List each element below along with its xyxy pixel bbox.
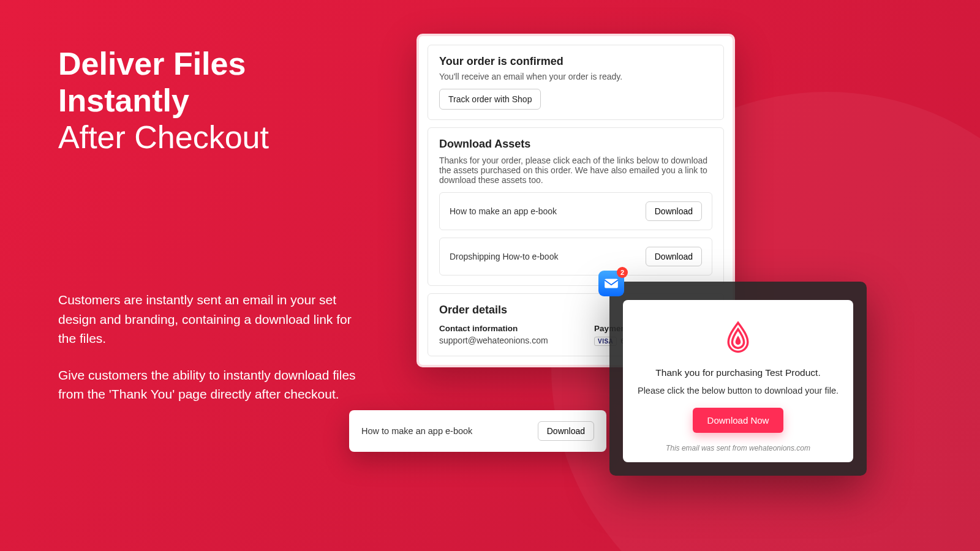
order-confirmed-subtitle: You'll receive an email when your order …: [439, 72, 712, 81]
download-button[interactable]: Download: [538, 421, 594, 441]
envelope-icon: [603, 276, 619, 291]
download-assets-description: Thanks for your order, please click each…: [439, 156, 712, 185]
hero-paragraph-1: Customers are instantly sent an email in…: [58, 290, 364, 348]
email-thankyou-line: Thank you for purchasing Test Product.: [636, 367, 840, 378]
hero-title-line3: After Checkout: [58, 119, 269, 155]
download-assets-title: Download Assets: [439, 138, 712, 151]
email-preview-frame: 2 Thank you for purchasing Test Product.…: [609, 282, 867, 476]
hero-title-line1: Deliver Files: [58, 46, 246, 81]
order-confirmed-title: Your order is confirmed: [439, 55, 712, 68]
download-item-name: Dropshipping How-to e-book: [450, 252, 558, 261]
contact-info-value: support@wehateonions.com: [439, 335, 557, 345]
hero-title: Deliver Files Instantly After Checkout: [58, 46, 364, 156]
hero-copy: Deliver Files Instantly After Checkout C…: [58, 46, 364, 404]
download-item-name: How to make an app e-book: [450, 206, 557, 216]
hero-body: Customers are instantly sent an email in…: [58, 290, 364, 404]
download-assets-section: Download Assets Thanks for your order, p…: [428, 127, 724, 286]
hero-paragraph-2: Give customers the ability to instantly …: [58, 365, 364, 404]
download-row: How to make an app e-book Download: [439, 192, 712, 230]
svg-rect-0: [605, 279, 618, 288]
hero-title-line2: Instantly: [58, 83, 189, 118]
track-order-button[interactable]: Track order with Shop: [439, 89, 541, 110]
download-row: Dropshipping How-to e-book Download: [439, 238, 712, 276]
download-button[interactable]: Download: [646, 247, 702, 266]
download-button[interactable]: Download: [646, 201, 702, 221]
order-confirmed-section: Your order is confirmed You'll receive a…: [428, 45, 724, 120]
download-now-button[interactable]: Download Now: [693, 408, 784, 433]
floating-download-card: How to make an app e-book Download: [349, 410, 606, 452]
email-footer: This email was sent from wehateonions.co…: [636, 444, 840, 452]
email-instruction-line: Please click the below button to downloa…: [636, 386, 840, 395]
mail-badge-count: 2: [617, 267, 628, 278]
drop-logo-icon: [721, 320, 755, 354]
mail-app-icon: 2: [598, 271, 624, 296]
contact-info-label: Contact information: [439, 324, 557, 333]
download-item-name: How to make an app e-book: [361, 426, 472, 436]
email-body: Thank you for purchasing Test Product. P…: [623, 300, 853, 462]
